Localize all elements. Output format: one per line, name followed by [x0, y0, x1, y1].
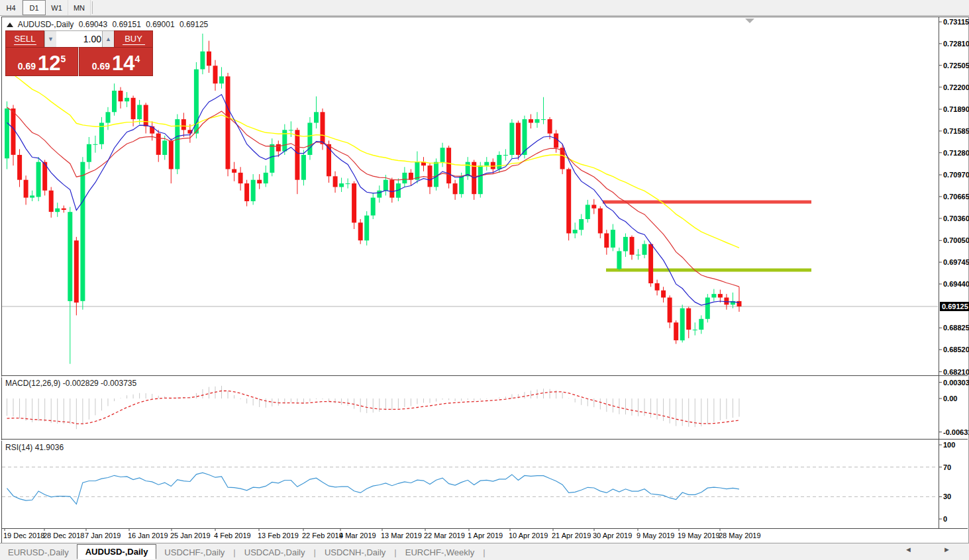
date-tick-label: 4 Feb 2019 [214, 532, 251, 539]
date-tick-label: 28 Dec 2018 [43, 532, 84, 539]
sell-button[interactable]: SELL [5, 30, 44, 48]
macd-histogram [7, 386, 739, 430]
date-tick-label: 30 Apr 2019 [593, 532, 632, 539]
tab-scroll-left-icon[interactable]: ◄ [905, 545, 912, 553]
chart-canvas[interactable] [0, 0, 969, 560]
panel-divider-inner [1, 377, 968, 377]
rsi-line [7, 473, 739, 504]
resistance-line[interactable] [603, 201, 811, 204]
buy-price-big: 14 [112, 54, 134, 73]
panel-divider[interactable] [1, 375, 968, 376]
chart-tab-eurusd[interactable]: EURUSD-,Daily [0, 545, 77, 559]
price-tick-label: 0.71585 [943, 127, 969, 135]
chart-tab-usdcnh[interactable]: USDCNH-,Daily [317, 545, 393, 559]
price-tick-label: 0.69440 [943, 280, 969, 288]
buy-price-prefix: 0.69 [92, 61, 110, 71]
axis-ticks [5, 22, 942, 531]
spinner-down-icon: ▼ [48, 36, 54, 42]
chart-shift-marker-icon[interactable] [745, 19, 754, 23]
panel-divider[interactable] [1, 439, 968, 440]
chart-tab-eurchf[interactable]: EURCHF-,Weekly [397, 545, 483, 559]
quote-open: 0.69043 [79, 20, 107, 29]
date-tick-label: 21 Apr 2019 [552, 532, 591, 539]
volume-input[interactable]: 1.00 [56, 30, 105, 48]
macd-value-signal: -0.003735 [101, 379, 136, 388]
price-tick-label: 0.71890 [943, 105, 969, 113]
ma-slow-line [7, 71, 739, 248]
tab-divider: | [313, 547, 315, 557]
price-tick-label: 0.72810 [943, 40, 969, 48]
one-click-trading-panel: SELL ▼ 1.00 ▲ BUY 0.69 12 5 0.69 14 4 [5, 30, 152, 73]
buy-button[interactable]: BUY [114, 30, 153, 48]
macd-tick-label: 0.003035 [943, 379, 969, 387]
panel-divider-inner [1, 440, 968, 441]
date-tick-label: 25 Jan 2019 [170, 532, 211, 539]
date-tick-label: 22 Feb 2019 [302, 532, 343, 539]
symbol-name: AUDUSD-,Daily [18, 20, 74, 29]
time-axis-line [1, 528, 968, 529]
rsi-tick-label: 100 [943, 441, 955, 449]
date-tick-label: 4 Mar 2019 [339, 532, 376, 539]
price-tick-label: 0.71280 [943, 149, 969, 157]
price-tick-label: 0.68825 [943, 324, 969, 332]
date-tick-label: 28 May 2019 [719, 532, 761, 539]
buy-quote-button[interactable]: 0.69 14 4 [79, 47, 153, 76]
macd-tick-label: -0.006311 [943, 428, 969, 436]
buy-price-pipette: 4 [134, 54, 140, 64]
quote-low: 0.69001 [146, 20, 174, 29]
volume-decrease-button[interactable]: ▼ [44, 30, 57, 48]
price-tick-label: 0.72200 [943, 83, 969, 91]
sell-price-prefix: 0.69 [18, 61, 36, 71]
date-tick-label: 7 Jan 2019 [85, 532, 121, 539]
rsi-tick-label: 0 [943, 515, 947, 523]
date-tick-label: 1 Apr 2019 [468, 532, 503, 539]
price-tick-label: 0.73115 [943, 18, 969, 26]
date-tick-label: 13 Feb 2019 [258, 532, 299, 539]
sell-price-pipette: 5 [60, 54, 66, 64]
macd-tick-label: 0.00 [943, 395, 957, 402]
spinner-up-icon: ▲ [105, 36, 111, 42]
date-tick-label: 16 Jan 2019 [128, 532, 168, 539]
symbol-marker-icon [7, 23, 13, 27]
sell-quote-button[interactable]: 0.69 12 5 [5, 47, 78, 76]
sell-price-big: 12 [38, 54, 60, 73]
tab-scroll-right-icon[interactable]: ► [943, 545, 950, 553]
date-tick-label: 19 May 2019 [678, 532, 720, 539]
rsi-tick-label: 70 [943, 463, 951, 471]
rsi-name: RSI(14) [5, 443, 32, 452]
chart-tab-bar: EURUSD-,DailyAUDUSD-,DailyUSDCHF-,Daily|… [0, 543, 969, 560]
tab-divider: | [233, 547, 235, 557]
price-tick-label: 0.69745 [943, 258, 969, 266]
price-tick-label: 0.68210 [943, 368, 969, 376]
rsi-label: RSI(14) 41.9036 [5, 443, 64, 452]
macd-label: MACD(12,26,9) -0.002829 -0.003735 [5, 379, 136, 388]
volume-value: 1.00 [83, 34, 101, 44]
volume-increase-button[interactable]: ▲ [102, 30, 115, 48]
chart-tab-usdchf[interactable]: USDCHF-,Daily [156, 545, 232, 559]
date-tick-label: 19 Dec 2018 [3, 532, 44, 539]
price-tick-label: 0.70050 [943, 236, 969, 244]
price-tick-label: 0.70360 [943, 214, 969, 222]
price-tick-label: 0.72505 [943, 62, 969, 70]
price-tick-label: 0.70665 [943, 193, 969, 201]
rsi-tick-label: 30 [943, 492, 951, 500]
quote-high: 0.69151 [112, 20, 140, 29]
chart-tab-usdcad[interactable]: USDCAD-,Daily [236, 545, 313, 559]
sell-button-label: SELL [15, 34, 36, 44]
tab-divider: | [483, 547, 485, 557]
macd-name: MACD(12,26,9) [5, 379, 60, 388]
candlestick-series[interactable] [5, 34, 742, 364]
price-axis-separator [939, 17, 939, 529]
rsi-value: 41.9036 [35, 443, 64, 452]
quote-close: 0.69125 [179, 20, 208, 29]
buy-button-label: BUY [125, 34, 142, 44]
current-price-label: 0.69125 [940, 302, 969, 311]
price-tick-label: 0.68520 [943, 346, 969, 353]
date-tick-label: 22 Mar 2019 [424, 532, 465, 539]
support-line[interactable] [606, 269, 811, 272]
macd-value-main: -0.002829 [63, 379, 99, 388]
chart-title: AUDUSD-,Daily 0.69043 0.69151 0.69001 0.… [7, 20, 211, 29]
date-tick-label: 13 Mar 2019 [381, 532, 422, 539]
date-tick-label: 10 Apr 2019 [509, 532, 548, 539]
chart-tab-audusd[interactable]: AUDUSD-,Daily [77, 544, 157, 559]
